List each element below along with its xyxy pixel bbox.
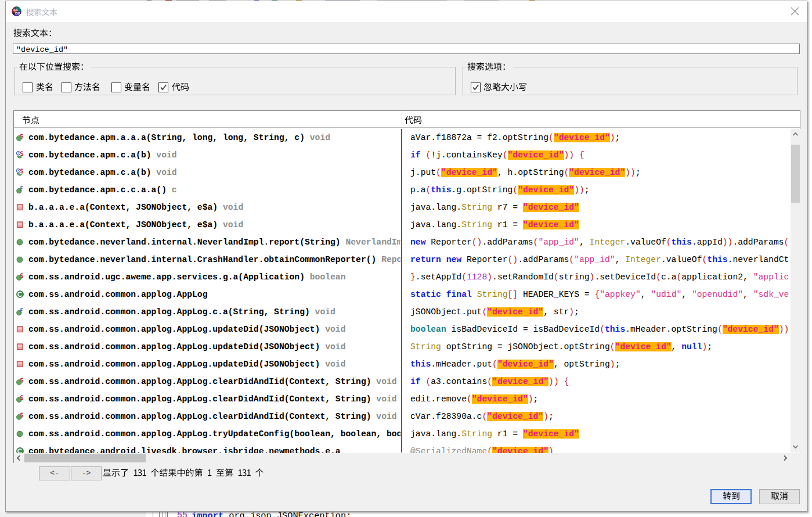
svg-text:DX: DX [15, 12, 20, 15]
svg-text:JA: JA [13, 8, 18, 12]
